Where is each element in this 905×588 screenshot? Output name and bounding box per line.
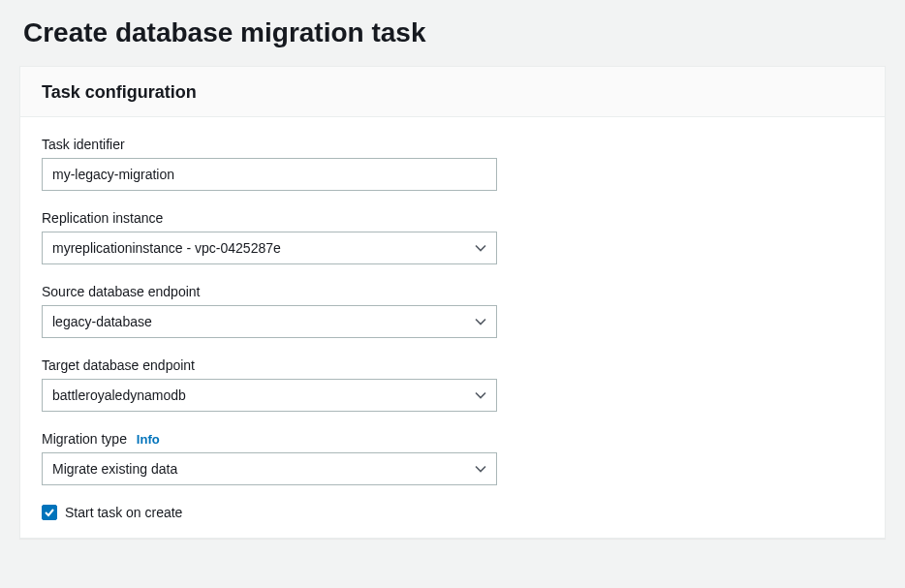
source-endpoint-select[interactable]: legacy-database bbox=[42, 305, 497, 338]
task-configuration-panel: Task configuration Task identifier my-le… bbox=[19, 66, 886, 539]
caret-down-icon bbox=[475, 389, 486, 401]
replication-instance-select[interactable]: myreplicationinstance - vpc-0425287e bbox=[42, 232, 497, 264]
label-migration-type: Migration type Info bbox=[42, 431, 863, 447]
replication-instance-value: myreplicationinstance - vpc-0425287e bbox=[52, 240, 281, 256]
migration-type-info-link[interactable]: Info bbox=[137, 432, 160, 447]
migration-type-value: Migrate existing data bbox=[52, 461, 177, 477]
label-task-identifier: Task identifier bbox=[42, 137, 863, 152]
target-endpoint-select[interactable]: battleroyaledynamodb bbox=[42, 379, 497, 412]
field-target-endpoint: Target database endpoint battleroyaledyn… bbox=[42, 357, 863, 412]
check-icon bbox=[44, 507, 55, 518]
page-title: Create database migration task bbox=[19, 17, 886, 48]
page-container: Create database migration task Task conf… bbox=[0, 0, 905, 556]
field-start-on-create: Start task on create bbox=[42, 505, 863, 520]
caret-down-icon bbox=[475, 316, 486, 327]
field-replication-instance: Replication instance myreplicationinstan… bbox=[42, 210, 863, 264]
panel-header: Task configuration bbox=[20, 67, 885, 117]
panel-heading: Task configuration bbox=[42, 82, 863, 103]
caret-down-icon bbox=[475, 242, 486, 254]
field-migration-type: Migration type Info Migrate existing dat… bbox=[42, 431, 863, 485]
label-replication-instance: Replication instance bbox=[42, 210, 863, 226]
target-endpoint-value: battleroyaledynamodb bbox=[52, 387, 186, 403]
start-on-create-label[interactable]: Start task on create bbox=[65, 505, 182, 520]
migration-type-select[interactable]: Migrate existing data bbox=[42, 452, 497, 485]
task-identifier-input[interactable]: my-legacy-migration bbox=[42, 158, 497, 191]
field-source-endpoint: Source database endpoint legacy-database bbox=[42, 284, 863, 338]
label-migration-type-text: Migration type bbox=[42, 431, 127, 447]
label-source-endpoint: Source database endpoint bbox=[42, 284, 863, 299]
panel-body: Task identifier my-legacy-migration Repl… bbox=[20, 117, 885, 538]
task-identifier-value: my-legacy-migration bbox=[52, 167, 174, 182]
field-task-identifier: Task identifier my-legacy-migration bbox=[42, 137, 863, 191]
label-target-endpoint: Target database endpoint bbox=[42, 357, 863, 373]
source-endpoint-value: legacy-database bbox=[52, 314, 152, 329]
caret-down-icon bbox=[475, 463, 486, 475]
start-on-create-checkbox[interactable] bbox=[42, 505, 57, 520]
